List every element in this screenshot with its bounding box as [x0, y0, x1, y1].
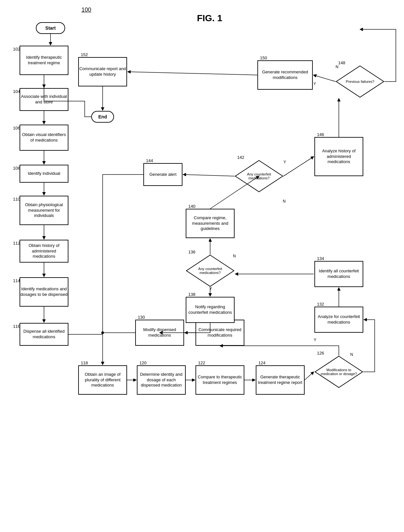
label-152: 152: [81, 52, 88, 57]
node-124: Generate therapeutic treatment regime re…: [256, 365, 305, 395]
label-136: 136: [188, 250, 195, 254]
node-126: Modifications to medication or dosage?: [314, 356, 363, 388]
node-122: Compare to therapeutic treatment regimes: [195, 365, 244, 395]
start-node: Start: [36, 22, 65, 34]
node-150: Generate recommended modifications: [257, 60, 313, 90]
figure-title: FIG. 1: [197, 13, 222, 23]
svg-line-26: [313, 75, 336, 82]
node-110: Obtain physiological measurement for ind…: [20, 196, 68, 225]
label-120: 120: [139, 360, 147, 365]
label-102: 102: [13, 47, 20, 52]
node-140: Compare regime, measurements and guideli…: [186, 209, 235, 238]
node-132: Analyze for counterfeit medications: [314, 307, 363, 333]
node-104: Associate with individual and store: [20, 88, 68, 111]
node-142: Any counterfeit medications?: [235, 160, 283, 192]
node-146: Analyze history of administered medicati…: [314, 137, 363, 176]
label-106: 106: [13, 126, 20, 130]
node-116: Dispense all identified medications: [20, 323, 68, 346]
arrow-label-n-142: N: [283, 199, 286, 204]
label-134: 134: [317, 256, 324, 261]
svg-point-29: [101, 331, 104, 334]
label-126: 126: [317, 351, 324, 356]
label-112: 112: [13, 241, 20, 246]
label-130: 130: [138, 315, 145, 320]
node-130: Modify dispensed medications: [135, 320, 184, 346]
node-138: Notify regarding counterfeit medications: [186, 297, 235, 323]
arrow-label-y-142: Y: [283, 160, 286, 164]
label-138: 138: [188, 292, 195, 297]
label-124: 124: [258, 360, 266, 365]
svg-line-27: [128, 72, 257, 75]
label-118: 118: [81, 360, 88, 365]
label-132: 132: [317, 302, 324, 307]
label-104: 104: [13, 89, 20, 94]
node-128: Communicate required modifications: [195, 320, 244, 346]
figure-number: 100: [81, 7, 91, 13]
node-144: Generate alert: [143, 163, 182, 186]
node-108: Identify individual: [20, 165, 68, 183]
node-114: Identify medications and dosages to be d…: [20, 277, 68, 307]
node-106: Obtain visual identifiers of medications: [20, 125, 68, 151]
label-142: 142: [237, 155, 244, 160]
label-144: 144: [146, 158, 153, 163]
label-114: 114: [13, 278, 20, 283]
label-108: 108: [13, 166, 20, 171]
arrow-label-y-136: Y: [209, 286, 212, 291]
label-146: 146: [317, 132, 324, 137]
node-112: Obtain history of administered medicatio…: [20, 240, 68, 263]
label-150: 150: [260, 55, 267, 60]
label-148: 148: [338, 60, 345, 65]
node-136: Any counterfeit medications?: [186, 254, 235, 287]
node-134: Identify all counterfeit medications: [314, 261, 363, 287]
end-node: End: [91, 111, 114, 123]
arrow-label-y-126: Y: [314, 338, 316, 342]
label-122: 122: [198, 360, 205, 365]
node-102: Identify therapeutic treatment regime: [20, 46, 68, 75]
node-152: Communicate report and update history: [78, 57, 127, 86]
node-118: Obtain an image of plurality of differen…: [78, 365, 127, 395]
node-148: Previous failures?: [336, 65, 384, 98]
arrow-label-y-148: Y: [313, 82, 316, 86]
svg-line-16: [305, 372, 314, 380]
svg-line-23: [183, 175, 235, 176]
label-110: 110: [13, 197, 20, 202]
node-120: Determine identity and dosage of each di…: [137, 365, 186, 395]
label-140: 140: [188, 204, 195, 209]
svg-line-24: [283, 157, 314, 176]
flowchart-diagram: 100 FIG. 1 Start Identify therapeutic tr…: [0, 0, 404, 532]
label-116: 116: [13, 324, 20, 329]
